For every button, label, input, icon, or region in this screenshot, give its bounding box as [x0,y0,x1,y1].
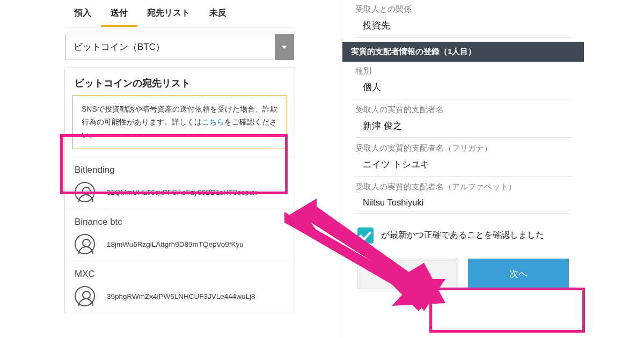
chevron-down-icon [282,46,287,49]
currency-select-button[interactable] [275,34,294,60]
address-list-card: ビットコインの宛先リスト SNSで投資勧誘や暗号資産の送付依頼を受けた場合、詐欺… [64,68,295,313]
person-icon [75,182,95,202]
person-icon [75,286,95,306]
address-value: 18jmWu6RzgiLAttgrh9D89mTQepVo9fKyu [107,240,244,248]
field-label: 種別 [355,66,571,76]
section-header: 実質的支配者情報の登録（1人目） [342,42,584,62]
field-controller-kana: 受取人の実質的支配者名（フリガナ） ニイツ トシユキ [342,139,584,178]
field-value: ニイツ トシユキ [355,157,571,177]
tab-send[interactable]: 送付 [101,0,137,27]
field-type: 種別 個人 [342,62,584,100]
field-relationship: 受取人との関係 投資先 [342,0,584,39]
currency-select[interactable]: ビットコイン（BTC） [65,34,294,60]
scam-warning-alert: SNSで投資勧誘や暗号資産の送付依頼を受けた場合、詐欺行為の可能性があります。詳… [72,95,287,149]
tab-unreflected[interactable]: 未反 [200,0,236,27]
cancel-button[interactable]: キャンセル [357,259,458,289]
address-name: Binance btc [75,217,285,227]
field-label: 受取人の実質的支配者名（アルファベット） [355,182,571,192]
address-item[interactable]: Bitlending 32QMmUHLT6qxPFCAoFzy89BD1sHT3… [65,157,295,209]
address-name: MXC [75,269,285,280]
address-value: 32QMmUHLT6qxPFCAoFzy89BD1sHT3eopux [107,188,257,196]
field-label: 受取人の実質的支配者名（フリガナ） [355,143,571,153]
alert-link[interactable]: こちら [202,117,224,126]
tab-address-list[interactable]: 宛先リスト [137,0,200,27]
currency-select-value: ビットコイン（BTC） [65,34,275,60]
address-item[interactable]: MXC 39phgRWmZx4iPW6LNHCUF3JVLe444wuLj8 [65,261,295,313]
confirm-checkbox[interactable] [357,227,374,244]
address-item[interactable]: Binance btc 18jmWu6RzgiLAttgrh9D89mTQepV… [65,209,295,261]
button-row: キャンセル 次へ [342,248,584,289]
field-controller-alphabet: 受取人の実質的支配者名（アルファベット） Niitsu Toshiyuki [342,178,584,215]
recipient-info-panel: 受取人との関係 投資先 実質的支配者情報の登録（1人目） 種別 個人 受取人の実… [342,0,584,338]
person-icon [75,234,95,254]
field-label: 受取人の実質的支配者名 [355,105,571,115]
send-panel: 預入 送付 宛先リスト 未反 ビットコイン（BTC） ビットコインの宛先リスト … [64,0,295,313]
field-value: 個人 [355,79,571,99]
field-label: 受取人との関係 [355,4,571,14]
field-value: 新津 俊之 [355,118,571,138]
field-value: Niitsu Toshiyuki [355,195,571,214]
tab-bar: 預入 送付 宛先リスト 未反 [64,0,295,27]
address-value: 39phgRWmZx4iPW6LNHCUF3JVLe444wuLj8 [107,292,255,300]
field-value: 投資先 [355,18,571,38]
field-controller-name: 受取人の実質的支配者名 新津 俊之 [342,100,584,139]
tab-deposit[interactable]: 預入 [64,0,101,27]
next-button[interactable]: 次へ [468,259,569,289]
card-title: ビットコインの宛先リスト [65,68,295,95]
confirm-text: が最新かつ正確であることを確認しました [381,227,544,242]
address-name: Bitlending [75,165,285,175]
confirm-row: が最新かつ正確であることを確認しました [342,215,584,248]
